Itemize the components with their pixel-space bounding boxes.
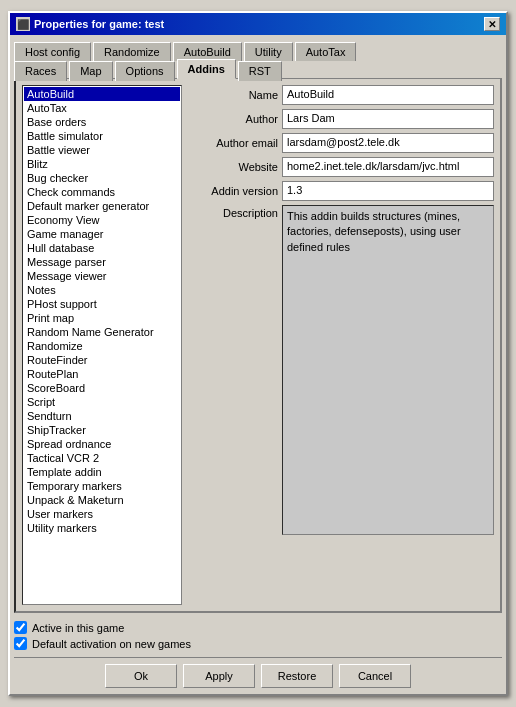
tab-options[interactable]: Options bbox=[115, 61, 175, 81]
author-row: Author Lars Dam bbox=[188, 109, 494, 129]
list-item[interactable]: PHost support bbox=[24, 297, 180, 311]
default-checkbox[interactable] bbox=[14, 637, 27, 650]
list-item[interactable]: ScoreBoard bbox=[24, 381, 180, 395]
buttons-area: Ok Apply Restore Cancel bbox=[10, 660, 506, 694]
list-item[interactable]: Spread ordnance bbox=[24, 437, 180, 451]
app-icon: ⬛ bbox=[16, 17, 30, 31]
description-value: This addin builds structures (mines, fac… bbox=[282, 205, 494, 535]
ok-button[interactable]: Ok bbox=[105, 664, 177, 688]
list-item[interactable]: Unpack & Maketurn bbox=[24, 493, 180, 507]
author-label: Author bbox=[188, 113, 278, 125]
description-row: Description This addin builds structures… bbox=[188, 205, 494, 535]
addon-list[interactable]: AutoBuildAutoTaxBase ordersBattle simula… bbox=[22, 85, 182, 605]
website-label: Website bbox=[188, 161, 278, 173]
list-item[interactable]: Hull database bbox=[24, 241, 180, 255]
tabs-row2: Races Map Options Addins RST bbox=[10, 58, 506, 78]
tab-utility[interactable]: Utility bbox=[244, 42, 293, 61]
version-value: 1.3 bbox=[282, 181, 494, 201]
list-item[interactable]: RoutePlan bbox=[24, 367, 180, 381]
tab-map[interactable]: Map bbox=[69, 61, 112, 81]
active-checkbox-row: Active in this game bbox=[14, 621, 502, 634]
list-item[interactable]: Base orders bbox=[24, 115, 180, 129]
email-label: Author email bbox=[188, 137, 278, 149]
tab-addins[interactable]: Addins bbox=[177, 59, 236, 79]
window-title: Properties for game: test bbox=[34, 18, 164, 30]
right-panel: Name AutoBuild Author Lars Dam Author em… bbox=[188, 85, 494, 605]
active-checkbox-label: Active in this game bbox=[32, 622, 124, 634]
list-item[interactable]: Check commands bbox=[24, 185, 180, 199]
tabs-row1: Host config Randomize AutoBuild Utility … bbox=[10, 35, 506, 58]
list-item[interactable]: ShipTracker bbox=[24, 423, 180, 437]
checkboxes-area: Active in this game Default activation o… bbox=[10, 617, 506, 655]
list-item[interactable]: Default marker generator bbox=[24, 199, 180, 213]
website-row: Website home2.inet.tele.dk/larsdam/jvc.h… bbox=[188, 157, 494, 177]
tab-autotax[interactable]: AutoTax bbox=[295, 42, 357, 61]
cancel-button[interactable]: Cancel bbox=[339, 664, 411, 688]
version-label: Addin version bbox=[188, 185, 278, 197]
name-label: Name bbox=[188, 89, 278, 101]
titlebar: ⬛ Properties for game: test ✕ bbox=[10, 13, 506, 35]
list-item[interactable]: Bug checker bbox=[24, 171, 180, 185]
list-item[interactable]: RouteFinder bbox=[24, 353, 180, 367]
list-item[interactable]: Message viewer bbox=[24, 269, 180, 283]
email-row: Author email larsdam@post2.tele.dk bbox=[188, 133, 494, 153]
close-button[interactable]: ✕ bbox=[484, 17, 500, 31]
list-item[interactable]: Battle simulator bbox=[24, 129, 180, 143]
titlebar-left: ⬛ Properties for game: test bbox=[16, 17, 164, 31]
list-item[interactable]: Random Name Generator bbox=[24, 325, 180, 339]
main-window: ⬛ Properties for game: test ✕ Host confi… bbox=[8, 11, 508, 696]
default-checkbox-label: Default activation on new games bbox=[32, 638, 191, 650]
list-item[interactable]: Print map bbox=[24, 311, 180, 325]
left-panel: AutoBuildAutoTaxBase ordersBattle simula… bbox=[22, 85, 182, 605]
author-value: Lars Dam bbox=[282, 109, 494, 129]
list-item[interactable]: User markers bbox=[24, 507, 180, 521]
restore-button[interactable]: Restore bbox=[261, 664, 333, 688]
list-item[interactable]: Notes bbox=[24, 283, 180, 297]
list-item[interactable]: Blitz bbox=[24, 157, 180, 171]
tab-rst[interactable]: RST bbox=[238, 61, 282, 81]
website-value: home2.inet.tele.dk/larsdam/jvc.html bbox=[282, 157, 494, 177]
content-area: AutoBuildAutoTaxBase ordersBattle simula… bbox=[14, 78, 502, 613]
list-item[interactable]: Message parser bbox=[24, 255, 180, 269]
list-item[interactable]: Template addin bbox=[24, 465, 180, 479]
default-checkbox-row: Default activation on new games bbox=[14, 637, 502, 650]
list-item[interactable]: Sendturn bbox=[24, 409, 180, 423]
apply-button[interactable]: Apply bbox=[183, 664, 255, 688]
list-item[interactable]: Tactical VCR 2 bbox=[24, 451, 180, 465]
list-item[interactable]: AutoBuild bbox=[24, 87, 180, 101]
list-item[interactable]: Battle viewer bbox=[24, 143, 180, 157]
name-value: AutoBuild bbox=[282, 85, 494, 105]
separator bbox=[14, 657, 502, 658]
tab-races[interactable]: Races bbox=[14, 61, 67, 81]
active-checkbox[interactable] bbox=[14, 621, 27, 634]
list-item[interactable]: Script bbox=[24, 395, 180, 409]
list-item[interactable]: Game manager bbox=[24, 227, 180, 241]
list-item[interactable]: Randomize bbox=[24, 339, 180, 353]
list-item[interactable]: AutoTax bbox=[24, 101, 180, 115]
version-row: Addin version 1.3 bbox=[188, 181, 494, 201]
list-item[interactable]: Economy View bbox=[24, 213, 180, 227]
list-item[interactable]: Utility markers bbox=[24, 521, 180, 535]
description-label: Description bbox=[188, 205, 278, 219]
tab-host-config[interactable]: Host config bbox=[14, 42, 91, 61]
email-value: larsdam@post2.tele.dk bbox=[282, 133, 494, 153]
list-item[interactable]: Temporary markers bbox=[24, 479, 180, 493]
tab-randomize[interactable]: Randomize bbox=[93, 42, 171, 61]
name-row: Name AutoBuild bbox=[188, 85, 494, 105]
